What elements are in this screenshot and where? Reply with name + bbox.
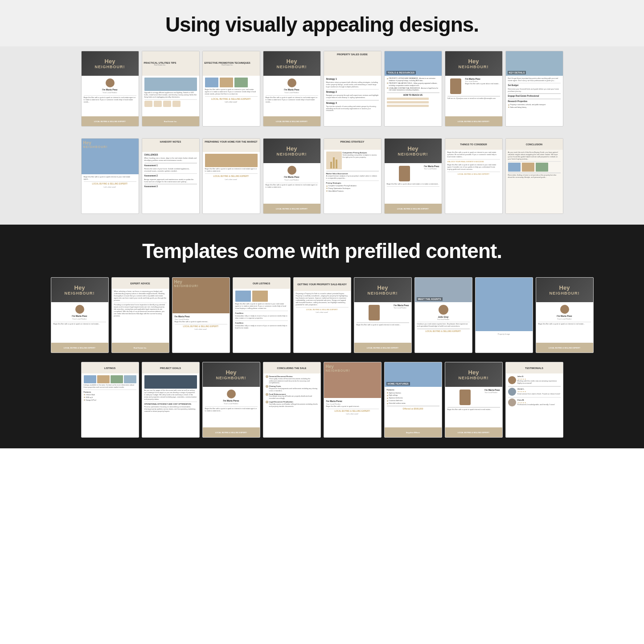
bullet-dot — [84, 399, 85, 401]
step-text: Thoroughly review all financial document… — [269, 378, 318, 385]
agent-section: I'm Maria Peez Your Local Realtor Begin … — [447, 78, 500, 95]
card-photo-large: Property Image — [475, 277, 533, 353]
card-hey-8: Hey NEIGHBOUR! I'm Maria Peez Your Local… — [536, 277, 594, 353]
agent-name: I'm Maria Perez — [205, 399, 258, 402]
card-text-3: Assign separate paperwork and maintenanc… — [144, 179, 197, 183]
review-content-2: Jenna L. ★★★★★ Great service from start … — [517, 388, 561, 395]
bullet-text: LEGAL AND CONTRACTUAL RESOURCES - Access… — [389, 87, 439, 92]
lets-chat: Let's chat soon! — [205, 101, 258, 103]
card-body: Upgrade to energy-efficient appliances a… — [142, 76, 199, 116]
card-header: LISTINGS — [82, 362, 139, 373]
bullet-2: PROPERTY VALUATION TOOLS - Utilize prope… — [387, 82, 439, 87]
property-images — [508, 163, 561, 172]
card-hey-7: Hey NEIGHBOUR! I'm Maria Peez Your Local… — [354, 277, 412, 353]
agent-name: I'm Maria Peez — [53, 315, 106, 318]
card-body: Preparing a Property for Sale is crucial… — [294, 291, 351, 353]
features-title: Features: — [387, 389, 439, 391]
card-footer: Real Estate Inc. — [142, 116, 199, 126]
card-text: Begin this flier with a quote to spark a… — [266, 184, 318, 189]
agent-role: Your Local Realtor — [266, 179, 318, 181]
bullet-dot — [508, 107, 509, 108]
num-item-2: 2 Closing Costs Prepare for final paymen… — [266, 385, 318, 392]
hey-text: Hey — [468, 369, 479, 376]
card-title: CONCLUSION — [526, 143, 542, 146]
card-title: OUR LISTINGS — [253, 282, 270, 285]
avatar — [75, 305, 84, 314]
card-text: Begin this flier with a quote to spark i… — [326, 406, 379, 408]
lets-chat: Let's chat soon! — [175, 328, 227, 331]
neighbour-text: NEIGHBOUR! — [83, 145, 108, 148]
card-hey-4: Hey NEIGHBOUR! I'm Maria Peez Your Local… — [263, 138, 321, 214]
card-things: THINGS TO CONSIDER Begin this flier with… — [445, 138, 503, 214]
card-title: PREPARING YOUR HOME FOR THE MARKET — [205, 140, 257, 143]
neighbour-text: NEIGHBOUR! — [65, 291, 95, 295]
engage-title: Engage Real Estate Professional — [508, 95, 561, 98]
card-header: Hey NEIGHBOUR! — [203, 362, 260, 387]
card-header: TESTIMONIALS — [506, 362, 563, 373]
card-hey-perez-1: Hey NEIGHBOUR! I'm Maria Perez Your Loca… — [202, 362, 260, 438]
set-budget: Set Budget — [508, 84, 561, 87]
hey-text: Hey — [559, 284, 570, 291]
card-body: Strategy 1 Maximizes returns prepared wi… — [324, 76, 381, 126]
bullet-1: PROPERTY LISTINGS AND DATABASES - Access… — [387, 78, 439, 82]
card-footer: LOCAL BUYING & SELLING EXPERT! — [263, 204, 320, 213]
strategy2-title: Strategy 2 — [326, 90, 379, 94]
divider — [508, 386, 561, 387]
step-text: Carefully assess and finalize all legal … — [269, 403, 318, 408]
bullet-dot — [387, 87, 388, 89]
agent-name: I'm Maria Peez — [465, 78, 500, 81]
card-title: EXPERT ADVICE — [130, 282, 150, 285]
card-home-features: HOME FEATURES Features: Split-level kitc… — [384, 362, 442, 438]
contact-line — [387, 101, 429, 103]
card-body: 1 Financial Document Review Thoroughly r… — [263, 373, 320, 437]
light-template-section: Hey NEIGHBOUR! I'm Maria Peez Your Local… — [0, 46, 644, 225]
lets-chat: Let's chat soon! — [326, 413, 379, 415]
card-body: I'm Maria Peez Your Local Realtor Begin … — [445, 76, 502, 116]
card-text-2: A comprehensive analysis of your propert… — [326, 175, 379, 180]
num-item-4: 4 Legal Document Finalization Carefully … — [266, 401, 318, 407]
unlock-title: UNLOCK YOUR REAL ESTATE'S SUCCESS — [447, 160, 500, 163]
agent-info: I'm Maria Peez Your Local Realtor — [484, 389, 500, 406]
card-header: Hey NEIGHBOUR! — [536, 278, 593, 302]
review-2: Jenna L. ★★★★★ Great service from start … — [508, 388, 561, 396]
divider — [266, 183, 318, 184]
bullet-text: PROPERTY VALUATION TOOLS - Utilize prope… — [389, 82, 439, 87]
card-sale-ready: GETTING YOUR PROPERTY SALE-READY Prepari… — [293, 277, 351, 353]
num-item-1: 1 Financial Document Review Thoroughly r… — [266, 375, 318, 384]
card-body: I'm Maria Peez Your Local Realtor Begin … — [536, 302, 593, 343]
bar — [333, 157, 335, 168]
divider — [508, 397, 561, 398]
hey-text: Hey — [174, 279, 199, 284]
card-text: When handing over a home, align to the r… — [144, 157, 197, 162]
card-text: Begin this flier with a quote to spark a… — [84, 97, 136, 103]
card-photo: Hey NEIGHBOUR! — [324, 362, 381, 398]
step-text: Prepare for final payments and settlemen… — [269, 388, 318, 392]
challenges-title: CHALLENGES — [144, 154, 197, 156]
card-footer: LOCAL BUYING & SELLING EXPERT! — [203, 427, 260, 437]
card-hey-photo-1: Hey NEIGHBOUR! Begin this flier with a q… — [81, 138, 139, 214]
neighbour-text: NEIGHBOUR! — [277, 152, 307, 156]
agent-name: Julia Gray — [417, 316, 470, 319]
card-body: As you reach the end of this Home Buying… — [506, 150, 563, 213]
bullet: High ceilings — [387, 394, 439, 397]
card-title: MEET THE AGENTS — [417, 297, 443, 301]
icon-box — [144, 101, 152, 107]
hey-overlay: Hey NEIGHBOUR! — [174, 279, 199, 287]
divider — [508, 98, 561, 99]
bullet: Pricing Optimization Techniques — [326, 188, 379, 190]
card-title: THINGS TO CONSIDER — [460, 143, 487, 146]
bullet-text: Extended outdoor areas — [389, 402, 406, 405]
card-pricing: PRICING STRATEGY Competitive Pricing Ana… — [324, 138, 381, 214]
card-title: LISTINGS — [104, 367, 115, 369]
icon-box — [154, 101, 162, 107]
agent-role: Your Local Realtor — [394, 307, 409, 309]
divider — [205, 406, 258, 407]
card-text: Maximizes returns prepared with effectiv… — [326, 82, 379, 88]
hey-text: Hey — [326, 364, 350, 369]
bullet-dot — [387, 400, 388, 402]
neighbour-text: NEIGHBOUR! — [277, 65, 307, 69]
card-image — [144, 375, 197, 389]
card-testimonials: TESTIMONIALS John D. ★★★★★ Working with … — [505, 362, 563, 438]
card-body: I'm Maria Peez Your Local Realtor Begin … — [263, 163, 320, 204]
bar — [336, 160, 337, 168]
